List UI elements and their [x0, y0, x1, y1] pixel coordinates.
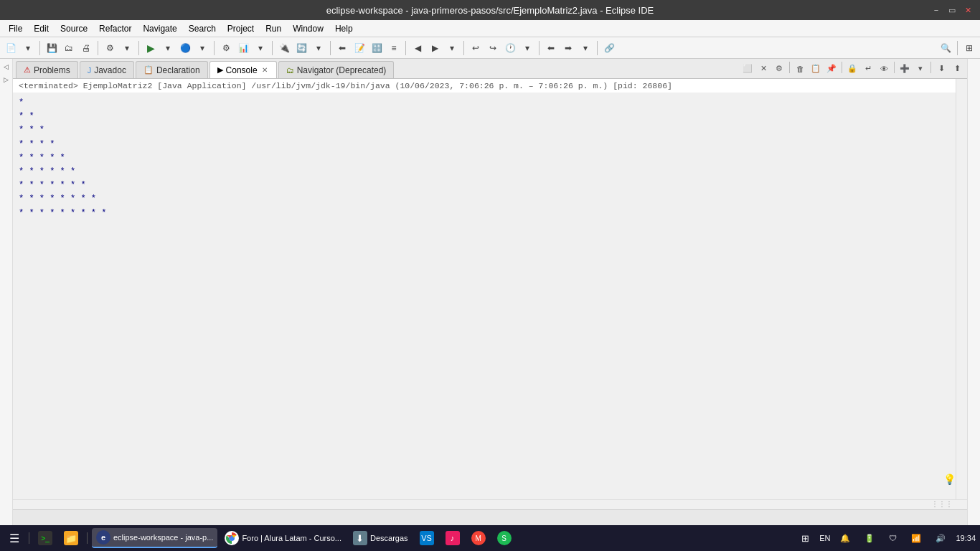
menu-project[interactable]: Project	[222, 22, 260, 35]
console-paste-btn[interactable]: 📌	[824, 62, 839, 76]
tab-problems[interactable]: ⚠ Problems	[16, 61, 78, 78]
terminal-taskbar-icon: >_	[38, 531, 52, 545]
toolbar-format-btn[interactable]: 🔠	[369, 40, 385, 56]
horizontal-scrollbar[interactable]: ⋮⋮⋮	[13, 499, 967, 509]
console-maximize-btn[interactable]: ⬆	[950, 62, 964, 76]
menu-window[interactable]: Window	[287, 22, 329, 35]
toolbar-coverage-dropdown[interactable]: ▾	[194, 40, 210, 56]
minimize-button[interactable]: −	[930, 4, 943, 17]
toolbar-extern-btn[interactable]: 🔗	[601, 40, 617, 56]
toolbar-run-btn[interactable]: ▶	[143, 40, 159, 56]
console-stop-btn[interactable]: ⬜	[740, 62, 755, 76]
toolbar-history-btn[interactable]: 🕐	[502, 40, 518, 56]
menu-source[interactable]: Source	[55, 22, 93, 35]
toolbar-sep-2	[98, 41, 98, 55]
taskbar-item-music[interactable]: ♪	[441, 528, 464, 548]
left-gutter-btn-1[interactable]: ◁	[1, 62, 11, 72]
toolbar-prev-btn[interactable]: ⬅	[334, 40, 350, 56]
toolbar-debug-btn[interactable]: ⚙	[218, 40, 234, 56]
console-terminate-btn[interactable]: ✕	[756, 62, 771, 76]
toolbar-save-all-btn[interactable]: 🗂	[61, 40, 77, 56]
console-output[interactable]: * * * * * * * * * * * * * * * * * * * * …	[13, 93, 956, 499]
taskbar-item-terminal[interactable]: >_	[34, 528, 57, 548]
maximize-button[interactable]: ▭	[946, 4, 958, 17]
menu-refactor[interactable]: Refactor	[93, 22, 137, 35]
toolbar-refactor-btn[interactable]: ⚙	[102, 40, 118, 56]
tab-actions: ⬜ ✕ ⚙ 🗑 📋 📌 🔒 ↵ 👁 ➕ ▾ ⬇ ⬆	[740, 62, 964, 76]
tab-navigator[interactable]: 🗂 Navigator (Deprecated)	[278, 61, 395, 78]
toolbar-anno-dropdown[interactable]: ▾	[444, 40, 460, 56]
console-scroll-lock-btn[interactable]: 🔒	[845, 62, 859, 76]
menu-edit[interactable]: Edit	[28, 22, 55, 35]
taskbar-item-eclipse[interactable]: e eclipse-workspace - java-p...	[92, 528, 217, 548]
console-scrollbar[interactable]	[956, 79, 967, 499]
toolbar-refactor-dropdown[interactable]: ▾	[119, 40, 135, 56]
output-line-2: * *	[19, 110, 950, 123]
toolbar-forward-btn[interactable]: ➡	[560, 40, 576, 56]
console-new-btn[interactable]: ➕	[897, 62, 912, 76]
tab-console-close[interactable]: ✕	[260, 66, 269, 74]
taskbar-wifi-btn[interactable]: 📶	[907, 528, 925, 548]
taskbar-start-button[interactable]: ☰	[4, 528, 24, 548]
toolbar-perspective-btn[interactable]: ⊞	[961, 40, 977, 56]
toolbar-history-dropdown[interactable]: ▾	[519, 40, 535, 56]
toolbar-print-btn[interactable]: 🖨	[78, 40, 94, 56]
taskbar-item-browser[interactable]: Foro | Alura Latam - Curso...	[220, 528, 346, 548]
toolbar-prev-edit-btn[interactable]: ↩	[468, 40, 484, 56]
toolbar-ext-run-btn[interactable]: 🔄	[293, 40, 309, 56]
taskbar-sound-btn[interactable]: 🔊	[931, 528, 950, 548]
toolbar-ext-dropdown[interactable]: ▾	[311, 40, 326, 56]
toolbar-search-btn[interactable]: 🔍	[938, 40, 953, 56]
taskbar-apps-btn[interactable]: ⊞	[797, 528, 814, 548]
output-line-8: * * * * * * * *	[19, 192, 950, 206]
console-dropdown-btn[interactable]: ▾	[913, 62, 928, 76]
toolbar-gen-btn[interactable]: 📝	[352, 40, 367, 56]
tab-console[interactable]: ▶ Console ✕	[209, 61, 277, 78]
menu-help[interactable]: Help	[329, 22, 359, 35]
console-word-wrap-btn[interactable]: ↵	[861, 62, 875, 76]
taskbar-downloads-label: Descargas	[370, 534, 408, 542]
taskbar-item-spotify[interactable]: S	[493, 528, 516, 548]
toolbar-mark-next-btn[interactable]: ▶	[427, 40, 443, 56]
console-minimize-btn[interactable]: ⬇	[934, 62, 948, 76]
taskbar-item-vscode[interactable]: VS	[415, 528, 438, 548]
tab-declaration[interactable]: 📋 Declaration	[136, 61, 208, 78]
content-area: ⚠ Problems J Javadoc 📋 Declaration ▶ Con…	[13, 59, 967, 525]
title-bar: eclipse-workspace - java-primeros-pasos/…	[0, 0, 980, 20]
taskbar-clock: 19:34	[956, 533, 976, 543]
toolbar-back-btn[interactable]: ⬅	[543, 40, 559, 56]
console-settings-btn[interactable]: ⚙	[772, 62, 786, 76]
toolbar-mark-prev-btn[interactable]: ◀	[410, 40, 425, 56]
toolbar-new-btn[interactable]: 📄	[3, 40, 19, 56]
toolbar-fwd-dropdown[interactable]: ▾	[578, 40, 593, 56]
toolbar-profile-dropdown[interactable]: ▾	[253, 40, 268, 56]
toolbar-align-btn[interactable]: ≡	[386, 40, 402, 56]
scroll-position: ⋮⋮⋮	[931, 500, 953, 508]
menu-navigate[interactable]: Navigate	[137, 22, 182, 35]
toolbar-profile-btn[interactable]: 📊	[235, 40, 251, 56]
toolbar-dropdown1[interactable]: ▾	[20, 40, 36, 56]
left-gutter: ◁ ▷	[0, 59, 13, 525]
console-show-all-btn[interactable]: 👁	[877, 62, 891, 76]
toolbar-save-btn[interactable]: 💾	[44, 40, 60, 56]
close-button[interactable]: ✕	[961, 4, 974, 17]
taskbar-item-files[interactable]: 📁	[60, 528, 83, 548]
tab-javadoc[interactable]: J Javadoc	[80, 61, 134, 78]
left-gutter-btn-2[interactable]: ▷	[1, 75, 11, 85]
toolbar-run-dropdown[interactable]: ▾	[160, 40, 176, 56]
taskbar-item-mail[interactable]: M	[467, 528, 490, 548]
tab-navigator-label: Navigator (Deprecated)	[297, 65, 387, 75]
toolbar-ext-btn[interactable]: 🔌	[276, 40, 292, 56]
toolbar-next-edit-btn[interactable]: ↪	[485, 40, 501, 56]
console-clear-btn[interactable]: 🗑	[793, 62, 807, 76]
menu-search[interactable]: Search	[183, 22, 222, 35]
content-with-gutter: ◁ ▷ ⚠ Problems J Javadoc 📋 Dec	[0, 59, 980, 525]
taskbar-shield-btn[interactable]: 🛡	[885, 528, 901, 548]
toolbar-coverage-btn[interactable]: 🔵	[177, 40, 193, 56]
menu-run[interactable]: Run	[260, 22, 287, 35]
taskbar-battery-btn[interactable]: 🔋	[860, 528, 879, 548]
taskbar-notification-btn[interactable]: 🔔	[836, 528, 854, 548]
taskbar-item-downloads[interactable]: ⬇ Descargas	[349, 528, 413, 548]
console-copy-btn[interactable]: 📋	[809, 62, 823, 76]
menu-file[interactable]: File	[3, 22, 28, 35]
